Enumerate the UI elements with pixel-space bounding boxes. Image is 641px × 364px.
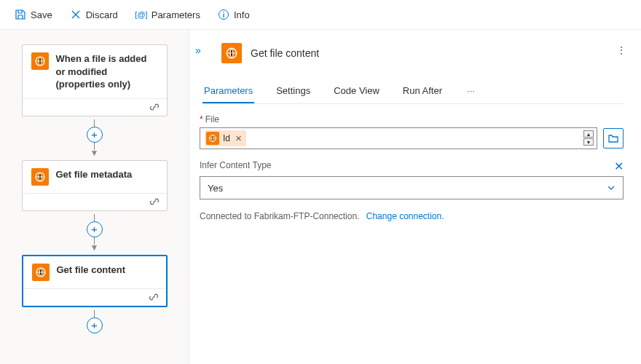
ftp-icon bbox=[221, 43, 242, 63]
file-input[interactable]: Id ✕ ▲ ▼ bbox=[200, 127, 597, 149]
main: When a file is added or modified (proper… bbox=[0, 30, 641, 364]
tab-parameters[interactable]: Parameters bbox=[202, 79, 254, 103]
connector-line bbox=[94, 214, 95, 221]
workflow-step-metadata[interactable]: Get file metadata bbox=[22, 160, 168, 211]
chevron-down-icon bbox=[607, 183, 616, 192]
arrow-down-icon: ▼ bbox=[90, 149, 99, 157]
tab-code-view[interactable]: Code View bbox=[332, 79, 381, 103]
remove-token-button[interactable]: ✕ bbox=[235, 134, 242, 143]
save-icon bbox=[15, 9, 26, 20]
chevron-right-double-icon: » bbox=[195, 44, 201, 56]
parameters-button[interactable]: [@] Parameters bbox=[130, 6, 206, 23]
parameters-icon: [@] bbox=[135, 9, 147, 20]
discard-label: Discard bbox=[86, 9, 118, 20]
ftp-icon bbox=[31, 52, 49, 70]
workflow-step-trigger[interactable]: When a file is added or modified (proper… bbox=[22, 44, 168, 116]
spinner: ▲ ▼ bbox=[583, 130, 594, 146]
card-header: Get file content bbox=[23, 256, 166, 288]
remove-field-button[interactable]: ✕ bbox=[614, 159, 624, 173]
connector: + ▼ bbox=[87, 211, 103, 255]
connection-link-icon[interactable] bbox=[149, 102, 160, 112]
svg-text:[@]: [@] bbox=[135, 10, 147, 19]
workflow-step-content[interactable]: Get file content bbox=[22, 255, 168, 307]
info-label: Info bbox=[234, 9, 250, 20]
tabs: Parameters Settings Code View Run After … bbox=[202, 79, 624, 104]
connection-info: Connected to Fabrikam-FTP-Connection. Ch… bbox=[200, 211, 624, 221]
spinner-up-button[interactable]: ▲ bbox=[583, 130, 594, 138]
spinner-down-button[interactable]: ▼ bbox=[583, 138, 594, 146]
svg-point-2 bbox=[223, 12, 224, 13]
toolbar: Save Discard [@] Parameters Info bbox=[0, 0, 641, 30]
tab-settings[interactable]: Settings bbox=[275, 79, 312, 103]
detail-header: Get file content bbox=[221, 43, 624, 63]
infer-content-type-label: Infer Content Type bbox=[200, 160, 272, 170]
arrow-down-icon: ▼ bbox=[90, 243, 99, 252]
token-label: Id bbox=[223, 133, 230, 143]
save-label: Save bbox=[31, 9, 52, 20]
field-row: Id ✕ ▲ ▼ bbox=[200, 127, 624, 149]
card-title: Get file metadata bbox=[56, 168, 133, 181]
connection-link-icon[interactable] bbox=[149, 292, 159, 302]
field-infer-content-type: Infer Content Type ✕ Yes bbox=[200, 159, 624, 199]
field-label: * File bbox=[200, 114, 624, 124]
browse-folder-button[interactable] bbox=[603, 128, 624, 149]
detail-title: Get file content bbox=[251, 47, 319, 59]
detail-panel: » ⋮ Get file content Parameters Settings… bbox=[189, 30, 641, 364]
ftp-icon bbox=[31, 168, 49, 186]
file-label: File bbox=[205, 114, 219, 124]
info-button[interactable]: Info bbox=[212, 6, 256, 23]
connector-line bbox=[94, 310, 95, 317]
card-title: Get file content bbox=[57, 264, 126, 277]
field-header: Infer Content Type ✕ bbox=[200, 159, 624, 173]
save-button[interactable]: Save bbox=[9, 6, 58, 23]
change-connection-link[interactable]: Change connection. bbox=[366, 211, 444, 221]
connection-link-icon[interactable] bbox=[149, 197, 160, 207]
card-title: When a file is added or modified (proper… bbox=[56, 52, 158, 91]
discard-button[interactable]: Discard bbox=[64, 6, 124, 23]
connection-text: Connected to Fabrikam-FTP-Connection. bbox=[200, 211, 359, 221]
add-step-button[interactable]: + bbox=[87, 127, 103, 143]
card-header: When a file is added or modified (proper… bbox=[23, 45, 167, 98]
connector-end: + bbox=[87, 307, 103, 336]
info-icon bbox=[218, 9, 229, 20]
folder-icon bbox=[607, 132, 619, 144]
field-file: * File Id ✕ ▲ ▼ bbox=[200, 114, 624, 149]
dynamic-token-id[interactable]: Id ✕ bbox=[205, 130, 246, 146]
infer-content-type-select[interactable]: Yes bbox=[200, 176, 624, 199]
card-footer bbox=[23, 98, 167, 116]
tabs-overflow-button[interactable]: ··· bbox=[464, 79, 478, 103]
ftp-icon bbox=[32, 264, 50, 281]
collapse-panel-button[interactable]: » bbox=[195, 44, 201, 56]
add-step-button[interactable]: + bbox=[87, 221, 103, 237]
connector: + ▼ bbox=[87, 116, 103, 160]
workflow-canvas: When a file is added or modified (proper… bbox=[0, 30, 189, 364]
select-value: Yes bbox=[208, 183, 223, 194]
required-asterisk: * bbox=[200, 114, 203, 124]
more-options-button[interactable]: ⋮ bbox=[616, 44, 626, 56]
discard-icon bbox=[70, 9, 82, 20]
tab-run-after[interactable]: Run After bbox=[401, 79, 444, 103]
connector-line bbox=[94, 119, 95, 127]
add-step-button[interactable]: + bbox=[87, 317, 103, 333]
ftp-icon bbox=[206, 132, 219, 145]
card-footer bbox=[23, 193, 167, 210]
parameters-label: Parameters bbox=[152, 9, 200, 20]
card-header: Get file metadata bbox=[23, 161, 167, 193]
card-footer bbox=[23, 288, 166, 306]
